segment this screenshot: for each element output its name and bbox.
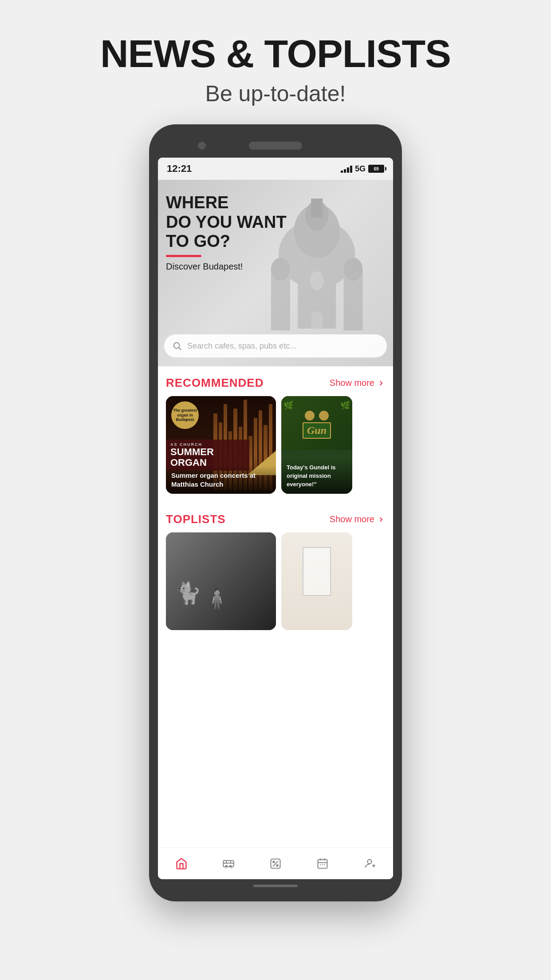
- battery-icon: 69: [368, 165, 384, 173]
- svg-rect-10: [311, 311, 323, 330]
- hero-section: WHERE DO YOU WANT TO GO? Discover Budape…: [158, 180, 393, 366]
- toplists-show-more[interactable]: Show more: [330, 514, 385, 524]
- recommended-section-header: RECOMMENDED Show more: [158, 366, 393, 396]
- home-indicator: [253, 885, 298, 887]
- phone-frame: 12:21 5G 69: [149, 124, 402, 901]
- event-short: SUMMERORGAN: [170, 447, 245, 468]
- card-badge: The greatest organ in Budapest: [171, 401, 199, 429]
- svg-rect-13: [223, 861, 233, 867]
- svg-point-21: [276, 865, 278, 866]
- toplists-section-header: TOPLISTS Show more: [158, 503, 393, 532]
- gundel-description: Today's Gundel is original mission every…: [287, 464, 335, 488]
- card-bottom-label: Summer organ concerts at Matthias Church: [166, 466, 276, 494]
- page-title: NEWS & TOPLISTS: [100, 31, 451, 76]
- hero-text-block: WHERE DO YOU WANT TO GO? Discover Budape…: [166, 193, 287, 272]
- svg-point-15: [230, 865, 232, 867]
- status-icons: 5G 69: [341, 164, 384, 174]
- phone-camera: [198, 142, 206, 150]
- content-area: RECOMMENDED Show more: [158, 366, 393, 847]
- chevron-right-icon: [377, 379, 385, 387]
- toplists-title: TOPLISTS: [166, 512, 226, 526]
- cat-statue-card[interactable]: 🐈 🧍: [166, 532, 276, 630]
- search-placeholder: Search cafes, spas, pubs etc...: [187, 341, 296, 351]
- organ-concert-card[interactable]: The greatest organ in Budapest AS CHURCH…: [166, 396, 276, 494]
- status-bar: 12:21 5G 69: [158, 158, 393, 180]
- svg-point-30: [367, 859, 371, 863]
- svg-point-11: [174, 343, 180, 349]
- gundel-overlay: Today's Gundel is original mission every…: [281, 458, 352, 494]
- svg-rect-23: [318, 859, 327, 868]
- room-card[interactable]: [281, 532, 352, 630]
- bus-icon: [221, 857, 236, 871]
- search-container: Search cafes, spas, pubs etc...: [164, 334, 387, 357]
- nav-profile[interactable]: [362, 857, 377, 871]
- bottom-nav: [158, 847, 393, 879]
- signal-icon: [341, 165, 352, 173]
- nav-home[interactable]: [174, 857, 189, 871]
- recommended-cards-row: The greatest organ in Budapest AS CHURCH…: [158, 396, 393, 503]
- search-bar[interactable]: Search cafes, spas, pubs etc...: [164, 334, 387, 357]
- card-description: Summer organ concerts at Matthias Church: [171, 472, 256, 488]
- phone-bottom-bar: [158, 879, 393, 893]
- svg-point-8: [343, 258, 362, 281]
- hero-title: WHERE DO YOU WANT TO GO?: [166, 193, 287, 251]
- profile-icon: [362, 857, 377, 871]
- nav-events[interactable]: [315, 857, 330, 871]
- toplists-cards-row: 🐈 🧍: [158, 532, 393, 639]
- svg-point-9: [310, 271, 323, 290]
- hero-underline: [166, 255, 201, 257]
- recommended-title: RECOMMENDED: [166, 376, 264, 390]
- nav-deals[interactable]: [268, 857, 283, 871]
- status-time: 12:21: [167, 163, 192, 175]
- toplists-chevron-icon: [377, 516, 385, 524]
- phone-screen: 12:21 5G 69: [158, 158, 393, 879]
- svg-point-14: [226, 865, 227, 867]
- svg-rect-4: [311, 198, 323, 218]
- phone-speaker: [249, 142, 302, 150]
- deals-icon: [268, 857, 283, 871]
- badge-text: The greatest organ in Budapest: [171, 408, 199, 422]
- gundel-card[interactable]: Gun 🌿 🌿 Today's Gundel is original missi…: [281, 396, 352, 494]
- page-header: NEWS & TOPLISTS Be up-to-date!: [100, 0, 451, 124]
- calendar-icon: [315, 857, 330, 871]
- nav-transport[interactable]: [221, 857, 236, 871]
- phone-notch: [158, 133, 393, 158]
- home-icon: [174, 857, 189, 871]
- page-wrapper: NEWS & TOPLISTS Be up-to-date! 12:21: [0, 0, 551, 901]
- recommended-show-more[interactable]: Show more: [330, 378, 385, 388]
- cat-card-bg: 🐈 🧍: [166, 532, 276, 630]
- svg-point-20: [273, 861, 275, 863]
- network-label: 5G: [355, 164, 366, 174]
- svg-line-12: [179, 348, 181, 350]
- room-card-bg: [281, 532, 352, 630]
- hero-discover: Discover Budapest!: [166, 262, 287, 272]
- page-subtitle: Be up-to-date!: [100, 81, 451, 107]
- search-icon: [172, 341, 182, 351]
